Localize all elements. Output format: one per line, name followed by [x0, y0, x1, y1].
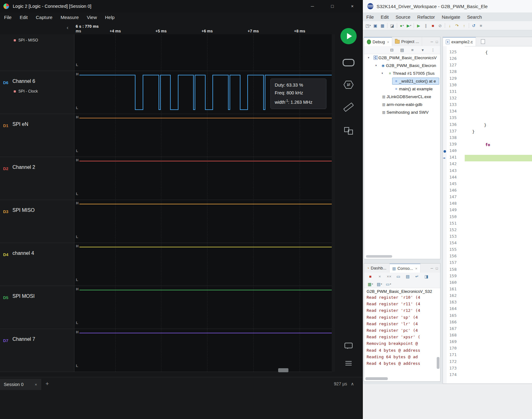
- channel-wave[interactable]: HL: [74, 114, 332, 157]
- menu-edit[interactable]: Edit: [377, 14, 392, 20]
- timeline-ruler[interactable]: ‹ 6 s : 770 ms ms +4 ms+5 ms+6 ms+7 ms+8…: [0, 23, 332, 34]
- terminate-icon[interactable]: ■: [367, 273, 374, 280]
- channel-wave[interactable]: L: [74, 34, 332, 71]
- close-icon[interactable]: ×: [35, 382, 37, 387]
- chat-icon[interactable]: [344, 343, 353, 348]
- editor-body[interactable]: 125{126127128129130131132133134135136}13…: [443, 46, 532, 383]
- console-output[interactable]: Read register 'r10' (4Read register 'r11…: [364, 295, 436, 374]
- menu-search[interactable]: Search: [463, 14, 485, 20]
- menu-file[interactable]: File: [363, 14, 377, 20]
- run-icon[interactable]: ▶▾: [406, 22, 412, 29]
- channel-label[interactable]: D2Channel 2: [0, 157, 74, 200]
- channel-label[interactable]: D1SPI eN: [0, 114, 74, 157]
- clear-console-icon[interactable]: ▭: [395, 273, 402, 280]
- tab-example2c[interactable]: c example2.c: [443, 37, 476, 46]
- display-console-icon[interactable]: ▤▾: [376, 281, 383, 288]
- debug-tree-row[interactable]: ▥Semihosting and SWV: [364, 108, 440, 116]
- debug-hscroll-thumb[interactable]: [366, 255, 392, 258]
- build-icon[interactable]: ◪: [389, 22, 396, 29]
- maximize-view-icon[interactable]: □: [436, 40, 438, 44]
- close-icon[interactable]: ×: [415, 267, 417, 270]
- terminate-icon[interactable]: ■: [430, 22, 436, 29]
- view-menu-icon[interactable]: ⋮: [430, 47, 436, 54]
- minimize-button[interactable]: ─: [302, 0, 322, 12]
- menu-refactor[interactable]: Refactor: [414, 14, 439, 20]
- resume-icon[interactable]: ▶: [415, 22, 422, 29]
- channel-wave[interactable]: HL: [74, 329, 332, 372]
- waveform-hscroll-thumb[interactable]: [278, 368, 288, 372]
- trigger-icon[interactable]: 1F: [343, 80, 354, 89]
- menu-view[interactable]: View: [83, 15, 101, 20]
- waveform-vscrollbar[interactable]: [332, 34, 335, 372]
- menu-measure[interactable]: Measure: [56, 15, 83, 20]
- remove-all-icon[interactable]: ××: [386, 273, 392, 280]
- debug-tree-row[interactable]: ▥arm-none-eabi-gdb: [364, 101, 440, 108]
- channel-label[interactable]: D7Channel 7: [0, 329, 74, 372]
- debug-tree-row[interactable]: ▥JLinkGDBServerCL.exe: [364, 93, 440, 101]
- new-wizard-icon[interactable]: ◳▾: [365, 22, 372, 29]
- expander-icon[interactable]: ▾: [368, 56, 369, 59]
- add-session-button[interactable]: +: [45, 380, 49, 387]
- logic-titlebar[interactable]: Logic 2 [Logic - Connected] [Session 0] …: [0, 0, 362, 12]
- channel-label[interactable]: D5SPI MOSI: [0, 286, 74, 329]
- tab-project-explorer[interactable]: Project ...: [392, 37, 422, 46]
- channel-wave[interactable]: HL: [74, 157, 332, 200]
- tab-console[interactable]: ▤ Conso... ×: [390, 264, 420, 273]
- channel-wave[interactable]: HL: [74, 243, 332, 286]
- tab-dashboard[interactable]: ◔ Dashb...: [364, 264, 390, 273]
- debug-tree-row[interactable]: ≡main() at example: [364, 85, 440, 93]
- layout-icon[interactable]: [344, 127, 353, 135]
- close-icon[interactable]: ×: [387, 40, 389, 44]
- open-console-icon[interactable]: ▦▾: [367, 281, 374, 288]
- save-icon[interactable]: ▣: [372, 22, 379, 29]
- restart-icon[interactable]: ↺: [470, 22, 477, 29]
- debug-tree-row[interactable]: ≡_ws821_color() at e: [364, 77, 440, 85]
- step-over-icon[interactable]: ↷: [454, 22, 460, 29]
- channel-label[interactable]: D4channel 4: [0, 243, 74, 286]
- menu-icon[interactable]: [345, 360, 352, 367]
- minimize-view-icon[interactable]: ─: [431, 40, 433, 44]
- chevron-left-icon[interactable]: ‹: [67, 25, 69, 31]
- tab-debug[interactable]: Debug ×: [364, 37, 392, 46]
- view-dropdown-icon[interactable]: ▾: [419, 47, 426, 54]
- step-into-icon[interactable]: ↓: [446, 22, 453, 29]
- view-layout-icon[interactable]: ▤: [399, 47, 406, 54]
- channel-wave[interactable]: HL: [74, 200, 332, 243]
- expander-icon[interactable]: ▾: [375, 64, 377, 67]
- menu-help[interactable]: Help: [101, 15, 119, 20]
- collapse-all-icon[interactable]: ⊟: [388, 47, 395, 54]
- debug-tree-row[interactable]: ▾◉G2B_PWM_Basic_Elecron: [364, 62, 440, 69]
- close-button[interactable]: ×: [342, 0, 362, 12]
- channel-wave[interactable]: HL: [74, 286, 332, 329]
- scroll-lock-icon[interactable]: ▤: [404, 273, 411, 280]
- device-icon[interactable]: [343, 59, 354, 66]
- remove-launch-icon[interactable]: ×: [376, 273, 383, 280]
- menu-file[interactable]: File: [0, 15, 16, 20]
- chevron-up-icon[interactable]: ∧: [351, 381, 354, 386]
- pin-console-icon[interactable]: ◨: [423, 273, 430, 280]
- eclipse-titlebar[interactable]: S32K144_Driver_Workspace - G2B_PWM_Basic…: [363, 0, 532, 12]
- measure-icon[interactable]: [343, 102, 354, 112]
- debug-tree-row[interactable]: ▾CG2B_PWM_Basic_ElecronicsV: [364, 54, 440, 62]
- new-console-view-icon[interactable]: ▭▾: [385, 281, 392, 288]
- console-vscroll-thumb[interactable]: [437, 357, 439, 369]
- word-wrap-icon[interactable]: ↵: [414, 273, 420, 280]
- menu-source[interactable]: Source: [392, 14, 414, 20]
- play-button[interactable]: [340, 28, 357, 44]
- channel-label[interactable]: D3SPI MISO: [0, 200, 74, 243]
- menu-navigate[interactable]: Navigate: [438, 14, 463, 20]
- disconnect-icon[interactable]: ⊘: [437, 22, 444, 29]
- maximize-view-icon[interactable]: □: [436, 266, 438, 270]
- editor-list-icon[interactable]: [481, 39, 485, 44]
- menu-edit[interactable]: Edit: [16, 15, 32, 20]
- debug-tree-row[interactable]: ▾≡Thread #1 57005 (Sus: [364, 69, 440, 77]
- save-all-icon[interactable]: ▦: [379, 22, 386, 29]
- step-return-icon[interactable]: ↑: [461, 22, 468, 29]
- expander-icon[interactable]: ▾: [382, 72, 383, 75]
- maximize-button[interactable]: □: [322, 0, 342, 12]
- console-hscroll-thumb[interactable]: [365, 377, 388, 380]
- channel-label[interactable]: SPI - MISO: [0, 34, 74, 71]
- suspend-icon[interactable]: ∥: [422, 22, 429, 29]
- minimize-view-icon[interactable]: ─: [431, 266, 433, 270]
- show-frames-icon[interactable]: ≡: [409, 47, 416, 54]
